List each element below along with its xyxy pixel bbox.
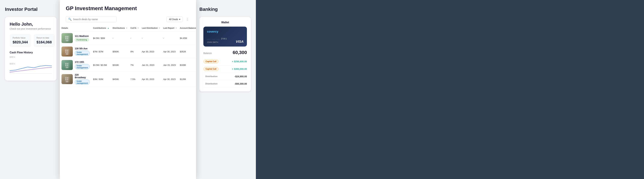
table-row: 130 5th Ave Under management $7M / $7M $… bbox=[60, 45, 196, 58]
deal-last-report-1: Apr 30, 2023 bbox=[162, 45, 178, 58]
search-box[interactable]: 🔍 bbox=[66, 16, 117, 22]
return-value: $164,068 bbox=[36, 40, 52, 44]
banking-title: Banking bbox=[200, 7, 251, 12]
return-label: Return to date bbox=[36, 37, 52, 39]
svg-rect-11 bbox=[67, 50, 68, 51]
deals-table: Details Contributions ▲ Distributions ▾ … bbox=[60, 25, 196, 86]
deal-distributions-3: $450K bbox=[111, 72, 129, 86]
filter-arrow-distributions[interactable]: ▾ bbox=[126, 27, 127, 29]
transaction-amount-0: + $250,600.00 bbox=[232, 60, 247, 63]
svg-rect-27 bbox=[67, 79, 68, 80]
col-coc: CoC% ▾ bbox=[129, 25, 140, 32]
chart-label-200k: $200 k bbox=[10, 63, 15, 65]
svg-rect-28 bbox=[66, 81, 68, 82]
deal-contributions-0: $4.5M / $6M bbox=[92, 32, 111, 45]
transaction-item: Distribution -$50,300.00 bbox=[203, 80, 247, 88]
portfolio-value-box: Portfolio Value $820,344 bbox=[10, 34, 31, 47]
col-contributions: Contributions ▲ bbox=[92, 25, 111, 32]
filter-arrow-coc[interactable]: ▾ bbox=[138, 27, 138, 29]
svg-rect-14 bbox=[66, 53, 68, 55]
search-input[interactable] bbox=[73, 18, 114, 20]
svg-rect-17 bbox=[66, 63, 66, 64]
deal-coc-3: 7.5% bbox=[129, 72, 140, 86]
metrics-row: Portfolio Value $820,344 Return to date … bbox=[10, 34, 52, 47]
deal-details-cell-1: 130 5th Ave Under management bbox=[60, 45, 92, 58]
col-distributions: Distributions ▾ bbox=[111, 25, 129, 32]
card-brand: covercy bbox=[207, 30, 243, 34]
deal-last-report-0: - bbox=[162, 32, 178, 45]
chart-label-300k: $300 k bbox=[10, 56, 15, 58]
svg-rect-3 bbox=[66, 36, 66, 38]
gp-header: GP Investment Management 🔍 All Deals ▾ ⋮ bbox=[60, 0, 196, 22]
deals-table-container: Details Contributions ▲ Distributions ▾ … bbox=[60, 25, 196, 86]
svg-rect-13 bbox=[67, 52, 68, 52]
card-number: .... .... .... 2561 bbox=[207, 38, 243, 40]
table-row: 172 15th Under management $3.5M / $3.5M … bbox=[60, 58, 196, 72]
sort-arrow-contributions[interactable]: ▲ bbox=[107, 27, 109, 29]
deal-badge-3: Under management bbox=[75, 80, 90, 85]
svg-rect-20 bbox=[67, 65, 68, 66]
table-row: 111 Madison Fundraising $4.5M / $6M - - … bbox=[60, 32, 196, 45]
transaction-badge-0: Capital Call bbox=[203, 60, 218, 64]
col-details: Details bbox=[60, 25, 92, 32]
transaction-badge-3: Distribution bbox=[203, 82, 220, 86]
banking-panel: Banking Wallet covercy .... .... .... 25… bbox=[194, 0, 256, 179]
deal-last-distribution-2: Jan 31, 2023 bbox=[140, 58, 162, 72]
svg-rect-12 bbox=[66, 52, 66, 52]
deal-name-0: 111 Madison bbox=[75, 35, 89, 38]
transaction-item: Capital Call + $250,600.00 bbox=[203, 58, 247, 65]
all-deals-label: All Deals bbox=[169, 18, 178, 20]
deal-last-distribution-0: - bbox=[140, 32, 162, 45]
svg-rect-7 bbox=[66, 40, 68, 42]
visa-icon: VISA bbox=[236, 40, 244, 44]
wallet-title: Wallet bbox=[203, 21, 247, 24]
transaction-list: Capital Call + $250,600.00 Capital Call … bbox=[203, 58, 247, 88]
deal-contributions-3: $3M / $3M bbox=[92, 72, 111, 86]
svg-rect-4 bbox=[67, 36, 68, 38]
table-row: 220 Broadway Under management $3M / $3M … bbox=[60, 72, 196, 86]
deal-last-distribution-3: Apr 30, 2023 bbox=[140, 72, 162, 86]
portfolio-label: Portfolio Value bbox=[13, 37, 28, 39]
filter-arrow-last-dist[interactable]: ▾ bbox=[159, 27, 160, 29]
deal-last-report-3: Apr 30, 2023 bbox=[162, 72, 178, 86]
transaction-amount-2: -$24,900.00 bbox=[234, 75, 247, 78]
transaction-amount-3: -$50,300.00 bbox=[234, 82, 247, 85]
gp-title: GP Investment Management bbox=[66, 5, 190, 12]
deals-tbody: 111 Madison Fundraising $4.5M / $6M - - … bbox=[60, 32, 196, 86]
deal-account-balance-0: $4.45M bbox=[178, 32, 196, 45]
deal-badge-0: Fundraising bbox=[75, 38, 89, 42]
greeting-text: Hello John, bbox=[10, 22, 52, 27]
svg-rect-5 bbox=[66, 38, 66, 39]
deal-details-cell-3: 220 Broadway Under management bbox=[60, 72, 92, 86]
deal-distributions-0: - bbox=[111, 32, 129, 45]
col-last-distribution: Last Distribution ▾ bbox=[140, 25, 162, 32]
deal-distributions-2: $318K bbox=[111, 58, 129, 72]
investor-portal-title: Investor Portal bbox=[5, 7, 56, 12]
table-header: Details Contributions ▲ Distributions ▾ … bbox=[60, 25, 196, 32]
deal-last-distribution-1: Apr 30, 2023 bbox=[140, 45, 162, 58]
gp-panel: GP Investment Management 🔍 All Deals ▾ ⋮… bbox=[60, 0, 196, 179]
col-account-balance: Account Balance ▾ bbox=[178, 25, 196, 32]
transaction-badge-1: Capital Call bbox=[203, 67, 218, 71]
filter-arrow-last-report[interactable]: ▾ bbox=[176, 27, 176, 29]
greeting-subtitle: Check out your investment performance bbox=[10, 28, 52, 30]
deal-account-balance-1: $352K bbox=[178, 45, 196, 58]
balance-row: Balance 60,300 bbox=[203, 50, 247, 55]
deal-account-balance-3: $126K bbox=[178, 72, 196, 86]
deal-last-report-2: Jan 15, 2023 bbox=[162, 58, 178, 72]
deal-name-3: 220 Broadway bbox=[75, 74, 90, 79]
all-deals-select[interactable]: All Deals ▾ bbox=[166, 16, 183, 22]
svg-rect-25 bbox=[67, 78, 68, 78]
deal-details-cell-0: 111 Madison Fundraising bbox=[60, 32, 92, 45]
deal-image-2 bbox=[62, 60, 73, 70]
deal-image-0 bbox=[62, 33, 73, 43]
deal-details-cell-2: 172 15th Under management bbox=[60, 58, 92, 72]
deal-name-2: 172 15th bbox=[75, 61, 90, 63]
more-menu-button[interactable]: ⋮ bbox=[185, 16, 190, 22]
svg-rect-24 bbox=[66, 78, 66, 78]
svg-rect-10 bbox=[66, 50, 66, 51]
transaction-badge-2: Distribution bbox=[203, 74, 220, 78]
deal-distributions-1: $560K bbox=[111, 45, 129, 58]
deal-badge-1: Under management bbox=[75, 50, 90, 56]
return-value-box: Return to date $164,068 bbox=[34, 34, 55, 47]
